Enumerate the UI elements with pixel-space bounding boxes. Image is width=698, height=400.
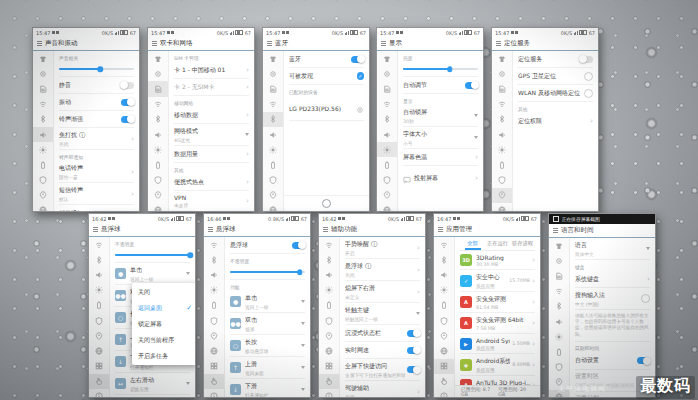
settings-row[interactable]: 卡 1 - 中国移动 01› bbox=[174, 62, 249, 79]
rail-item-info[interactable] bbox=[204, 389, 224, 397]
rail-item-speaker[interactable] bbox=[33, 127, 53, 142]
rail-item-location[interactable] bbox=[89, 328, 109, 343]
app-row[interactable]: ✓安全中心系统应用15.70MB› bbox=[460, 270, 535, 292]
slider-knob[interactable] bbox=[187, 252, 193, 258]
rail-item-battery[interactable] bbox=[89, 298, 109, 313]
rail-item-bluetooth[interactable] bbox=[434, 252, 454, 267]
rail-item-speaker[interactable] bbox=[89, 267, 109, 282]
popup-menu-item[interactable]: 关闭当前程序 bbox=[132, 332, 195, 348]
settings-row[interactable]: 邮件通知› bbox=[59, 205, 134, 211]
settings-row[interactable]: 网络模式4G优先 bbox=[174, 124, 249, 146]
rail-item-sun[interactable] bbox=[89, 283, 109, 298]
rail-item-grid[interactable] bbox=[319, 359, 339, 374]
rail-item-battery[interactable] bbox=[319, 298, 339, 313]
rail-item-speaker[interactable] bbox=[492, 127, 512, 142]
rail-item-globe[interactable] bbox=[89, 343, 109, 358]
toggle-switch[interactable] bbox=[465, 82, 478, 89]
rail-item-globe[interactable] bbox=[377, 203, 397, 211]
app-row[interactable]: ▶Android System…系统应用1.50MB› bbox=[460, 334, 535, 354]
menu-icon[interactable] bbox=[93, 227, 98, 232]
rail-item-sim[interactable] bbox=[148, 81, 168, 96]
slider[interactable] bbox=[230, 265, 305, 280]
settings-row[interactable]: 字体大小小号 bbox=[403, 127, 478, 149]
slider-knob[interactable] bbox=[447, 66, 453, 72]
rail-item-sun[interactable] bbox=[549, 329, 569, 344]
popup-menu-item[interactable]: 开启多任务 bbox=[132, 348, 195, 364]
slider-track[interactable] bbox=[403, 68, 478, 70]
rail-item-location[interactable] bbox=[492, 188, 512, 203]
slider-track[interactable] bbox=[230, 271, 305, 273]
rail-item-bluetooth[interactable] bbox=[549, 299, 569, 314]
rail-item-shield[interactable] bbox=[549, 360, 569, 375]
rail-item-shirt[interactable] bbox=[263, 51, 283, 66]
toggle-switch[interactable] bbox=[292, 242, 305, 249]
rail-item-speaker[interactable] bbox=[263, 127, 283, 142]
settings-row[interactable]: 实时网速 bbox=[345, 342, 420, 359]
toggle-switch[interactable] bbox=[407, 347, 420, 354]
settings-row[interactable]: 移动数据› bbox=[174, 107, 249, 124]
rail-item-gear[interactable] bbox=[492, 66, 512, 81]
rail-item-gear[interactable] bbox=[549, 253, 569, 268]
rail-item-info[interactable] bbox=[89, 389, 109, 397]
rail-item-bluetooth[interactable] bbox=[204, 252, 224, 267]
toggle-switch[interactable] bbox=[407, 366, 420, 373]
rail-item-bluetooth[interactable] bbox=[263, 112, 283, 127]
app-row[interactable]: ◉Android系统系统应用8.00MB› bbox=[460, 354, 535, 376]
rail-item-bluetooth[interactable] bbox=[89, 252, 109, 267]
rail-item-speaker[interactable] bbox=[148, 127, 168, 142]
rail-item-wifi[interactable] bbox=[492, 97, 512, 112]
rail-item-sun[interactable] bbox=[204, 283, 224, 298]
rail-item-grid[interactable] bbox=[89, 359, 109, 374]
menu-icon[interactable] bbox=[553, 228, 558, 233]
settings-row[interactable]: 蓝牙 bbox=[289, 51, 364, 68]
rail-item-wifi[interactable] bbox=[204, 237, 224, 252]
rail-item-shield[interactable] bbox=[377, 173, 397, 188]
rail-item-info[interactable] bbox=[434, 389, 454, 397]
gesture-row[interactable]: ↑上滑返回桌面 bbox=[230, 357, 305, 379]
settings-row[interactable]: 语言简体中文 bbox=[575, 238, 650, 260]
slider-track[interactable] bbox=[59, 68, 134, 70]
settings-row[interactable]: 定位权限› bbox=[518, 113, 593, 129]
rail-item-bluetooth[interactable] bbox=[33, 112, 53, 127]
app-row[interactable]: A安兔兔评测81.54 MB› bbox=[460, 292, 535, 313]
settings-row[interactable]: 熄屏下右滑未定义› bbox=[345, 281, 420, 303]
settings-row[interactable]: 短信铃声默认› bbox=[59, 183, 134, 205]
rail-item-sun[interactable] bbox=[319, 283, 339, 298]
menu-icon[interactable] bbox=[381, 41, 386, 46]
toggle-switch[interactable] bbox=[637, 357, 650, 364]
rail-item-hand[interactable] bbox=[204, 374, 224, 389]
rail-item-speaker[interactable] bbox=[377, 127, 397, 142]
rail-item-battery[interactable] bbox=[549, 344, 569, 359]
rail-item-location[interactable] bbox=[204, 328, 224, 343]
rail-item-speaker[interactable] bbox=[549, 314, 569, 329]
popup-menu-item[interactable]: 返回桌面✓ bbox=[132, 300, 195, 316]
rail-item-wifi[interactable] bbox=[434, 237, 454, 252]
tab-2[interactable]: 正在运行 bbox=[485, 237, 510, 250]
tab-3[interactable]: 驻存进程 bbox=[510, 237, 535, 250]
rail-item-globe[interactable] bbox=[148, 203, 168, 211]
settings-row[interactable]: 悬浮球 bbox=[230, 237, 305, 254]
settings-row[interactable]: 可被发现✓ bbox=[289, 68, 364, 85]
toggle-switch[interactable] bbox=[580, 56, 593, 63]
checkbox-unchecked-icon[interactable] bbox=[584, 89, 593, 98]
menu-icon[interactable] bbox=[323, 227, 328, 232]
rail-item-globe[interactable] bbox=[263, 203, 283, 211]
rail-item-globe[interactable] bbox=[33, 203, 53, 211]
rail-item-globe[interactable] bbox=[434, 343, 454, 358]
rail-item-shield[interactable] bbox=[89, 313, 109, 328]
settings-row[interactable]: 自动设置 bbox=[575, 353, 650, 370]
gesture-row[interactable]: ↔左右滑动切换应用 bbox=[115, 373, 190, 395]
settings-row[interactable]: 驾驶辅助关闭› bbox=[345, 381, 420, 397]
settings-row[interactable]: 静音 bbox=[59, 77, 134, 94]
rail-item-globe[interactable] bbox=[492, 203, 512, 211]
rail-item-shield[interactable] bbox=[148, 173, 168, 188]
rail-item-info[interactable] bbox=[319, 389, 339, 397]
gesture-row[interactable]: ●单击返回上一级 bbox=[230, 291, 305, 313]
settings-row[interactable]: LG PD233(PD.56) bbox=[289, 96, 364, 121]
settings-row[interactable]: 便携式热点› bbox=[174, 174, 249, 191]
rail-item-speaker[interactable] bbox=[434, 267, 454, 282]
toggle-switch[interactable] bbox=[407, 330, 420, 337]
slider[interactable] bbox=[403, 62, 478, 77]
rail-item-sun[interactable] bbox=[33, 142, 53, 157]
settings-row[interactable]: WLAN 及移动网络定位 bbox=[518, 85, 593, 102]
